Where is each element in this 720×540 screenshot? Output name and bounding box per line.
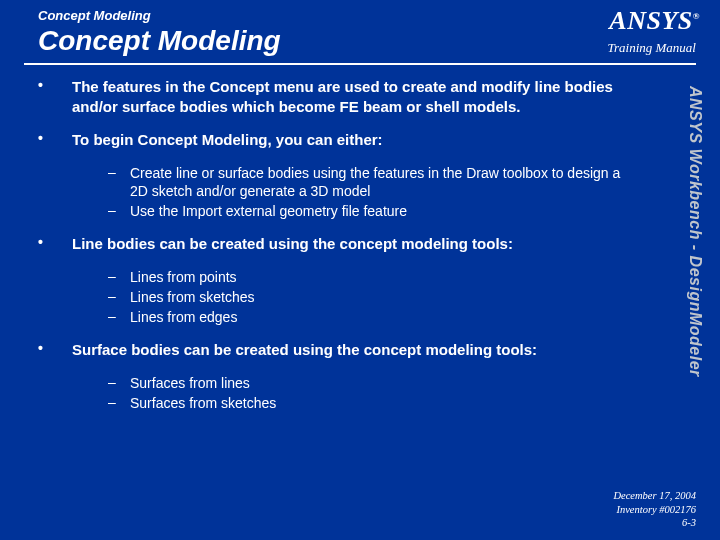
bullet-dash-icon: – [108,394,130,412]
bullet-level1: • To begin Concept Modeling, you can eit… [38,130,670,150]
logo-area: ANSYS® Training Manual [608,6,701,56]
bullet-level2: – Lines from edges [108,308,670,326]
bullet-text: Create line or surface bodies using the … [130,164,670,200]
bullet-dot-icon: • [38,130,72,150]
slide-footer: December 17, 2004 Inventory #002176 6-3 [613,489,696,530]
bullet-dash-icon: – [108,202,130,220]
breadcrumb: Concept Modeling [38,8,682,23]
page-title: Concept Modeling [38,25,682,57]
sub-bullet-list: – Lines from points – Lines from sketche… [108,268,670,327]
footer-date: December 17, 2004 [613,489,696,503]
bullet-dot-icon: • [38,340,72,360]
bullet-text: Lines from sketches [130,288,295,306]
bullet-level2: – Use the Import external geometry file … [108,202,670,220]
slide: Concept Modeling Concept Modeling ANSYS®… [0,0,720,540]
ansys-logo: ANSYS® [609,6,700,35]
registered-icon: ® [693,11,700,21]
training-manual-label: Training Manual [608,40,701,56]
footer-page-number: 6-3 [613,516,696,530]
bullet-level2: – Lines from points [108,268,670,286]
bullet-dash-icon: – [108,308,130,326]
side-label-text: ANSYS Workbench - DesignModeler [686,86,704,377]
bullet-text: Line bodies can be created using the con… [72,234,525,254]
bullet-level1: • Line bodies can be created using the c… [38,234,670,254]
bullet-text: Lines from edges [130,308,277,326]
sub-bullet-list: – Surfaces from lines – Surfaces from sk… [108,374,670,412]
sub-bullet-list: – Create line or surface bodies using th… [108,164,670,221]
bullet-level2: – Create line or surface bodies using th… [108,164,670,200]
bullet-level2: – Surfaces from lines [108,374,670,392]
footer-inventory: Inventory #002176 [613,503,696,517]
bullet-text: Surface bodies can be created using the … [72,340,549,360]
bullet-text: Lines from points [130,268,277,286]
side-label: ANSYS Workbench - DesignModeler [684,86,706,486]
bullet-dash-icon: – [108,164,130,200]
bullet-level2: – Surfaces from sketches [108,394,670,412]
slide-content: • The features in the Concept menu are u… [0,65,720,412]
bullet-dash-icon: – [108,374,130,392]
bullet-level1: • Surface bodies can be created using th… [38,340,670,360]
bullet-dot-icon: • [38,234,72,254]
bullet-text: Use the Import external geometry file fe… [130,202,447,220]
logo-text: ANSYS [609,6,692,35]
bullet-dash-icon: – [108,268,130,286]
slide-header: Concept Modeling Concept Modeling ANSYS®… [0,0,720,57]
bullet-dot-icon: • [38,77,72,116]
bullet-text: To begin Concept Modeling, you can eithe… [72,130,395,150]
bullet-text: The features in the Concept menu are use… [72,77,670,116]
bullet-level1: • The features in the Concept menu are u… [38,77,670,116]
bullet-text: Surfaces from lines [130,374,290,392]
bullet-dash-icon: – [108,288,130,306]
bullet-level2: – Lines from sketches [108,288,670,306]
bullet-text: Surfaces from sketches [130,394,316,412]
